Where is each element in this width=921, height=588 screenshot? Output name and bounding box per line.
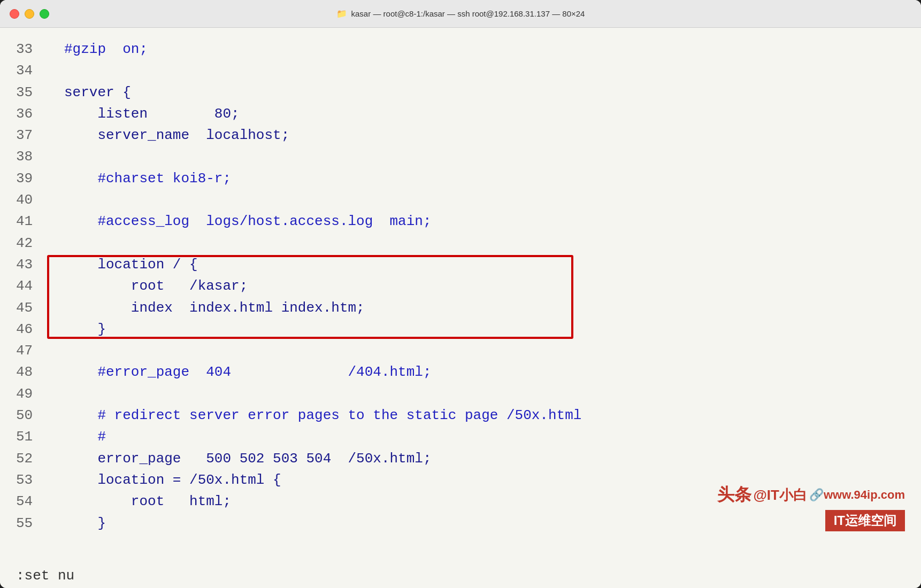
window-title: 📁 kasar — root@c8-1:/kasar — ssh root@19… bbox=[336, 9, 585, 19]
line-number: 43 bbox=[16, 254, 48, 275]
line-number: 49 bbox=[16, 383, 48, 405]
folder-icon: 📁 bbox=[336, 9, 347, 19]
line-content: # bbox=[64, 426, 106, 447]
line-content: server { bbox=[64, 82, 131, 103]
line-number: 37 bbox=[16, 125, 48, 146]
code-line-45: 45 index index.html index.htm; bbox=[0, 297, 921, 319]
code-line-35: 35 server { bbox=[0, 82, 921, 103]
line-number: 42 bbox=[16, 233, 48, 254]
watermark: 头条 @IT小白 🔗www.94ip.com IT运维空间 bbox=[717, 483, 905, 531]
line-number: 45 bbox=[16, 297, 48, 319]
line-number: 48 bbox=[16, 361, 48, 383]
line-content: } bbox=[64, 319, 106, 340]
line-number: 55 bbox=[16, 513, 48, 534]
vim-command: :set nu bbox=[16, 568, 74, 584]
line-number: 33 bbox=[16, 38, 48, 60]
line-number: 51 bbox=[16, 426, 48, 447]
code-line-39: 39 #charset koi8-r; bbox=[0, 168, 921, 189]
line-content: #access_log logs/host.access.log main; bbox=[64, 211, 432, 232]
code-line-41: 41 #access_log logs/host.access.log main… bbox=[0, 211, 921, 232]
line-number: 52 bbox=[16, 448, 48, 469]
watermark-site: 🔗www.94ip.com bbox=[809, 488, 905, 502]
code-line-33: 33 #gzip on; bbox=[0, 38, 921, 60]
statusbar: :set nu bbox=[0, 563, 921, 588]
terminal-content[interactable]: 33 #gzip on; 34 35 server { 36 listen 80… bbox=[0, 28, 921, 563]
line-number: 53 bbox=[16, 469, 48, 491]
code-line-51: 51 # bbox=[0, 426, 921, 447]
code-area: 33 #gzip on; 34 35 server { 36 listen 80… bbox=[0, 38, 921, 534]
line-content: server_name localhost; bbox=[64, 125, 289, 146]
code-line-50: 50 # redirect server error pages to the … bbox=[0, 405, 921, 426]
line-content: listen 80; bbox=[64, 103, 240, 125]
code-line-40: 40 bbox=[0, 189, 921, 211]
code-line-38: 38 bbox=[0, 146, 921, 167]
traffic-lights bbox=[10, 9, 49, 19]
maximize-button[interactable] bbox=[40, 9, 49, 19]
line-number: 44 bbox=[16, 275, 48, 297]
watermark-at: @IT小白 bbox=[754, 486, 807, 505]
line-content: #charset koi8-r; bbox=[64, 168, 231, 189]
line-number: 34 bbox=[16, 60, 48, 81]
line-number: 38 bbox=[16, 146, 48, 167]
line-number: 47 bbox=[16, 340, 48, 361]
line-number: 46 bbox=[16, 319, 48, 340]
line-content: root /kasar; bbox=[64, 275, 248, 297]
code-line-48: 48 #error_page 404 /404.html; bbox=[0, 361, 921, 383]
line-number: 54 bbox=[16, 491, 48, 512]
line-number: 40 bbox=[16, 189, 48, 211]
code-line-44: 44 root /kasar; bbox=[0, 275, 921, 297]
line-content: #error_page 404 /404.html; bbox=[64, 361, 432, 383]
line-number: 50 bbox=[16, 405, 48, 426]
code-line-49: 49 bbox=[0, 383, 921, 405]
line-content: #gzip on; bbox=[64, 38, 148, 60]
code-line-34: 34 bbox=[0, 60, 921, 81]
line-number: 35 bbox=[16, 82, 48, 103]
watermark-brand: IT运维空间 bbox=[834, 513, 896, 528]
line-number: 39 bbox=[16, 168, 48, 189]
code-line-36: 36 listen 80; bbox=[0, 103, 921, 125]
code-line-42: 42 bbox=[0, 233, 921, 254]
highlighted-section: 43 location / { 44 root /kasar; 45 index… bbox=[0, 254, 921, 340]
code-line-52: 52 error_page 500 502 503 504 /50x.html; bbox=[0, 448, 921, 469]
close-button[interactable] bbox=[10, 9, 19, 19]
watermark-logo: 头条 bbox=[717, 483, 751, 507]
line-number: 36 bbox=[16, 103, 48, 125]
line-content: index index.html index.htm; bbox=[64, 297, 365, 319]
line-content: # redirect server error pages to the sta… bbox=[64, 405, 581, 426]
code-line-47: 47 bbox=[0, 340, 921, 361]
terminal-window: 📁 kasar — root@c8-1:/kasar — ssh root@19… bbox=[0, 0, 921, 588]
line-content: error_page 500 502 503 504 /50x.html; bbox=[64, 448, 432, 469]
line-content: root html; bbox=[64, 491, 231, 512]
code-line-43: 43 location / { bbox=[0, 254, 921, 275]
line-content: } bbox=[64, 513, 106, 534]
code-line-37: 37 server_name localhost; bbox=[0, 125, 921, 146]
line-number: 41 bbox=[16, 211, 48, 232]
titlebar: 📁 kasar — root@c8-1:/kasar — ssh root@19… bbox=[0, 0, 921, 28]
line-content: location / { bbox=[64, 254, 198, 275]
line-content: location = /50x.html { bbox=[64, 469, 281, 491]
code-line-46: 46 } bbox=[0, 319, 921, 340]
minimize-button[interactable] bbox=[25, 9, 34, 19]
